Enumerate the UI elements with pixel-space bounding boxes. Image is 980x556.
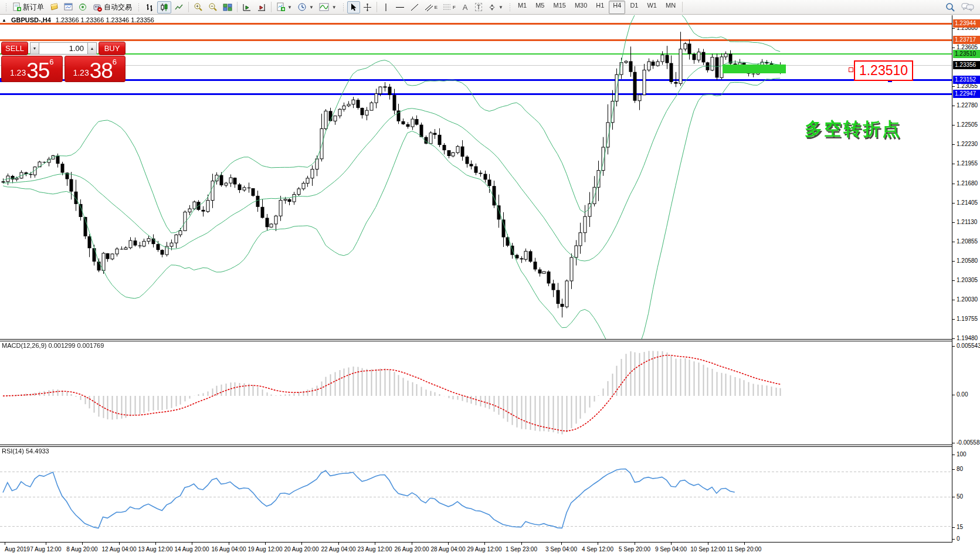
tile-windows-button[interactable]: [221, 1, 235, 13]
timeframe-m5[interactable]: M5: [531, 1, 548, 14]
symbol-info: ▲ GBPUSD-,H4 1.23366 1.23366 1.23346 1.2…: [2, 16, 154, 23]
new-chart-button[interactable]: ▼: [274, 1, 294, 13]
auto-trading-label: 自动交易: [104, 2, 132, 12]
macd-scale-label: 0.00: [957, 391, 968, 398]
timeframe-m30[interactable]: M30: [571, 1, 591, 14]
text-tool-button[interactable]: A: [459, 1, 472, 13]
price-callout-box[interactable]: 1.23510: [854, 60, 913, 81]
annotation-text[interactable]: 多空转折点: [805, 117, 901, 141]
price-axis[interactable]: 1.238801.236051.230551.227801.225051.222…: [952, 15, 980, 543]
axis-tick-mark: [952, 527, 955, 528]
time-tick-mark: [229, 543, 229, 545]
chevron-down-icon: ▼: [499, 5, 503, 10]
time-tick-label: 22 Aug 04:00: [318, 546, 359, 552]
time-tick-mark: [448, 543, 449, 545]
axis-tick-mark: [952, 48, 955, 48]
axis-tick-mark: [952, 300, 955, 300]
sell-price-display[interactable]: 1.23 35 6: [1, 56, 63, 82]
direction-up-icon: ▲: [2, 18, 6, 23]
search-icon[interactable]: [945, 2, 955, 12]
volume-increase-button[interactable]: ▲: [87, 42, 97, 55]
fibonacci-tool-button[interactable]: F: [440, 1, 458, 13]
indicators-button[interactable]: ▼: [317, 1, 339, 13]
text-label-tool-button[interactable]: T: [472, 1, 485, 13]
rsi-scale-label: 0: [957, 535, 960, 542]
timeframe-mn[interactable]: MN: [662, 1, 680, 14]
tile-windows-icon: [223, 3, 232, 12]
sell-button[interactable]: SELL: [1, 42, 28, 55]
timeframe-h4[interactable]: H4: [609, 1, 625, 14]
buy-price-display[interactable]: 1.23 38 6: [65, 56, 126, 82]
timeframe-d1[interactable]: D1: [626, 1, 642, 14]
time-axis[interactable]: Aug 20197 Aug 12:008 Aug 20:0012 Aug 04:…: [0, 543, 980, 556]
toolbar-grip[interactable]: [5, 2, 7, 12]
cursor-tool-button[interactable]: [347, 1, 360, 13]
macd-scale-label: -0.005583: [957, 439, 980, 446]
volume-input[interactable]: 1.00: [39, 42, 87, 55]
new-order-button[interactable]: 新订单: [10, 1, 46, 13]
crosshair-tool-button[interactable]: [361, 1, 374, 13]
time-tick-label: 20 Aug 20:00: [281, 546, 322, 552]
trendline-tool-button[interactable]: [408, 1, 422, 13]
buy-price-prefix: 1.23: [73, 65, 89, 80]
macd-panel[interactable]: MACD(12,26,9) 0.001299 0.001769: [0, 341, 952, 445]
candlestick-mode-button[interactable]: [157, 1, 171, 13]
time-tick-label: 16 Aug 04:00: [208, 546, 249, 552]
toolbar-grip[interactable]: [137, 2, 140, 12]
channel-tool-button[interactable]: E: [422, 1, 440, 13]
chat-icon[interactable]: [961, 2, 974, 12]
zoom-out-button[interactable]: [206, 1, 220, 13]
window-chart-icon: [64, 3, 73, 11]
zoom-in-button[interactable]: [191, 1, 205, 13]
sell-price-big: 35: [26, 61, 49, 80]
timeframe-w1[interactable]: W1: [643, 1, 661, 14]
highlight-rectangle[interactable]: [723, 65, 786, 73]
toolbar-grip[interactable]: [342, 2, 344, 12]
time-tick-mark: [5, 543, 5, 545]
time-tick-label: 10 Sep 12:00: [687, 546, 728, 552]
timeframe-m15[interactable]: M15: [549, 1, 569, 14]
one-click-trading-panel: SELL ▼ 1.00 ▲ BUY 1.23 35 6 1.23 38 6: [1, 42, 126, 82]
rsi-panel[interactable]: RSI(14) 54.4933: [0, 446, 952, 542]
time-tick-label: 28 Aug 04:00: [428, 546, 469, 552]
toolbar-grip[interactable]: [508, 2, 511, 12]
volume-decrease-button[interactable]: ▼: [30, 42, 39, 55]
buy-button[interactable]: BUY: [99, 42, 126, 55]
auto-scroll-button[interactable]: [240, 1, 254, 13]
navigator-button[interactable]: [76, 1, 90, 13]
axis-tick-mark: [952, 261, 955, 262]
axis-tick-mark: [952, 346, 955, 347]
time-tick-mark: [155, 543, 156, 545]
price-tick-label: 1.23605: [957, 44, 978, 50]
fibonacci-icon: [443, 3, 451, 12]
vertical-line-tool-button[interactable]: [379, 1, 392, 13]
panel-separator[interactable]: [0, 339, 980, 340]
line-chart-mode-button[interactable]: [172, 1, 186, 13]
bar-chart-mode-button[interactable]: [143, 1, 157, 13]
candlestick-canvas[interactable]: [0, 15, 952, 339]
macd-canvas: [0, 341, 952, 445]
panel-separator[interactable]: [0, 445, 980, 445]
price-chart[interactable]: ▲ GBPUSD-,H4 1.23366 1.23366 1.23346 1.2…: [0, 15, 952, 339]
line-anchor-marker[interactable]: [849, 67, 853, 72]
auto-trading-button[interactable]: 自动交易: [90, 1, 134, 13]
data-window-button[interactable]: [62, 1, 76, 13]
timeframe-h1[interactable]: H1: [592, 1, 608, 14]
arrows-tool-button[interactable]: ▼: [486, 1, 506, 13]
timeframe-m1[interactable]: M1: [514, 1, 531, 14]
market-watch-button[interactable]: [47, 1, 61, 13]
axis-tick-mark: [952, 443, 955, 443]
rsi-canvas: [0, 446, 952, 542]
time-tick-mark: [635, 543, 635, 545]
panel-separator[interactable]: [0, 341, 980, 341]
profiles-button[interactable]: ▼: [295, 1, 316, 13]
chart-shift-button[interactable]: [255, 1, 269, 13]
time-tick-label: 12 Aug 04:00: [99, 546, 140, 552]
price-tick-label: 1.20030: [957, 296, 978, 303]
rsi-scale-label: 15: [957, 524, 963, 530]
ohlc-bars-icon: [145, 3, 154, 12]
horizontal-line-tool-button[interactable]: [393, 1, 407, 13]
panel-separator[interactable]: [0, 446, 980, 447]
cursor-icon: [350, 3, 357, 12]
time-tick-mark: [708, 543, 708, 545]
